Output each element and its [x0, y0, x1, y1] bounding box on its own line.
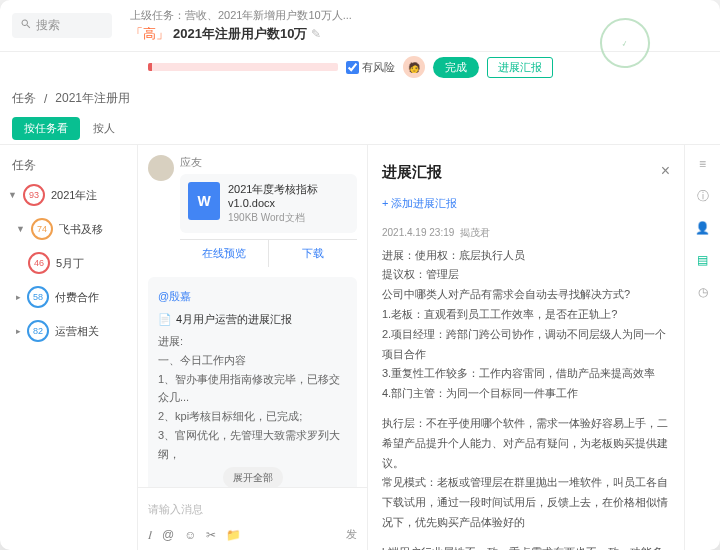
task-sidebar: 任务 ▼ 93 2021年注 ▼ 74 飞书及移 46 5月丁 ▸ 58 付费合…	[0, 145, 138, 550]
panel-title: 进展汇报	[382, 158, 442, 185]
sidebar-item[interactable]: ▼ 93 2021年注	[4, 178, 133, 212]
chevron-right-icon[interactable]: ▸	[16, 326, 21, 336]
message-author: 应友	[180, 155, 357, 170]
sidebar-item[interactable]: 46 5月丁	[4, 246, 133, 280]
sidebar-heading: 任务	[4, 153, 133, 178]
sidebar-item[interactable]: ▸ 82 运营相关	[4, 314, 133, 348]
tab-by-person[interactable]: 按人	[83, 117, 125, 140]
avatar[interactable]	[148, 155, 174, 181]
menu-icon[interactable]: ≡	[694, 155, 712, 173]
breadcrumb-current[interactable]: 2021年注册用	[55, 90, 130, 107]
task-title[interactable]: 2021年注册用户数10万	[173, 25, 307, 43]
file-attachment[interactable]: W 2021年度考核指标v1.0.docx 190KB Word文档	[180, 174, 357, 233]
search-input[interactable]: 搜索	[12, 13, 112, 38]
report-body: 执行层：不在乎使用哪个软件，需求一体验好容易上手，二希望产品提升个人能力、对产品…	[382, 414, 670, 533]
chevron-down-icon[interactable]: ▼	[8, 190, 17, 200]
search-icon	[20, 18, 32, 33]
priority-tag: 「高」	[130, 25, 169, 43]
sidebar-item[interactable]: ▸ 58 付费合作	[4, 280, 133, 314]
breadcrumb-root[interactable]: 任务	[12, 90, 36, 107]
add-report-link[interactable]: + 添加进展汇报	[382, 194, 670, 214]
sidebar-item[interactable]: ▼ 74 飞书及移	[4, 212, 133, 246]
word-file-icon: W	[188, 182, 220, 220]
progress-report-card: @殷嘉 📄4月用户运营的进展汇报 进展: 一、今日工作内容 1、智办事使用指南修…	[148, 277, 357, 487]
tab-by-task[interactable]: 按任务看	[12, 117, 80, 140]
send-button[interactable]: 发	[346, 527, 357, 542]
clock-icon[interactable]: ◷	[694, 283, 712, 301]
report-body: 进展：使用权：底层执行人员 提议权：管理层 公司中哪类人对产品有需求会自动去寻找…	[382, 246, 670, 404]
download-button[interactable]: 下载	[269, 240, 357, 267]
progress-bar[interactable]: 进行中 899/83291	[148, 63, 338, 71]
chevron-down-icon[interactable]: ▼	[16, 224, 25, 234]
info-icon[interactable]: ⓘ	[694, 187, 712, 205]
message-input[interactable]: 请输入消息	[148, 496, 357, 527]
progress-report-button[interactable]: 进展汇报	[487, 57, 553, 78]
report-icon: 📄	[158, 310, 172, 329]
close-icon[interactable]: ×	[661, 157, 670, 186]
assignee-avatar[interactable]: 🧑	[403, 56, 425, 78]
folder-icon[interactable]: 📁	[226, 528, 241, 542]
emoji-icon[interactable]: ☺	[184, 528, 196, 542]
edit-icon[interactable]: ✎	[311, 27, 321, 41]
risk-checkbox[interactable]: 有风险	[346, 60, 395, 75]
expand-button[interactable]: 展开全部	[223, 467, 283, 487]
mention-link[interactable]: @殷嘉	[158, 287, 347, 306]
user-icon[interactable]: 👤	[694, 219, 712, 237]
format-icon[interactable]: 𝐼	[148, 528, 152, 542]
report-body: b端用户行业属性不一致，重点需求东西也不一致，功能多或者说我们想要展示给用户看的…	[382, 543, 670, 550]
search-placeholder: 搜索	[36, 17, 60, 34]
note-icon[interactable]: ▤	[694, 251, 712, 269]
preview-button[interactable]: 在线预览	[180, 240, 269, 267]
chevron-right-icon[interactable]: ▸	[16, 292, 21, 302]
status-pill[interactable]: 完成	[433, 57, 479, 78]
mention-icon[interactable]: @	[162, 528, 174, 542]
scissors-icon[interactable]: ✂	[206, 528, 216, 542]
